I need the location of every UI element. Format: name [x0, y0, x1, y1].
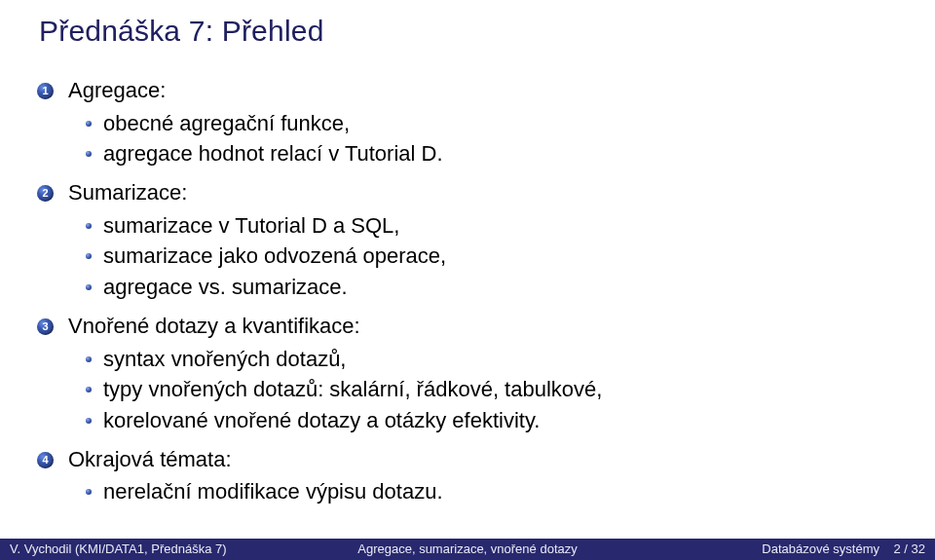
- footer-page-current: 2: [893, 541, 900, 556]
- outline-subitem: syntax vnořených dotazů,: [103, 345, 896, 374]
- outline-sublist: nerelační modifikace výpisu dotazu.: [68, 477, 896, 506]
- outline-list: 1 Agregace: obecné agregační funkce, agr…: [39, 76, 896, 506]
- outline-subitem: sumarizace jako odvozená operace,: [103, 242, 896, 271]
- outline-item-label: Okrajová témata:: [68, 447, 232, 471]
- outline-item-2: 2 Sumarizace: sumarizace v Tutorial D a …: [66, 178, 896, 302]
- footer-bar: V. Vychodil (KMI/DATA1, Přednáška 7) Agr…: [0, 539, 935, 560]
- outline-item-label: Agregace:: [68, 78, 166, 102]
- outline-item-4: 4 Okrajová témata: nerelační modifikace …: [66, 445, 896, 506]
- outline-sublist: obecné agregační funkce, agregace hodnot…: [68, 109, 896, 168]
- bullet-number-icon: 1: [37, 83, 54, 99]
- slide-title: Přednáška 7: Přehled: [39, 14, 896, 49]
- footer-page-sep: /: [901, 541, 912, 556]
- slide: Přednáška 7: Přehled 1 Agregace: obecné …: [0, 0, 935, 560]
- footer-page: Databázové systémy 2 / 32: [762, 541, 925, 556]
- outline-sublist: sumarizace v Tutorial D a SQL, sumarizac…: [68, 211, 896, 302]
- bullet-number-icon: 3: [37, 318, 54, 335]
- bullet-number-icon: 4: [37, 452, 54, 468]
- footer-course-label: Databázové systémy: [762, 541, 879, 556]
- outline-subitem: typy vnořených dotazů: skalární, řádkové…: [103, 375, 896, 404]
- outline-subitem: agregace vs. sumarizace.: [103, 273, 896, 302]
- outline-item-label: Sumarizace:: [68, 180, 187, 205]
- outline-subitem: nerelační modifikace výpisu dotazu.: [103, 477, 896, 506]
- outline-item-1: 1 Agregace: obecné agregační funkce, agr…: [66, 76, 896, 168]
- outline-subitem: agregace hodnot relací v Tutorial D.: [103, 139, 896, 168]
- outline-subitem: obecné agregační funkce,: [103, 109, 896, 138]
- footer-page-total: 32: [912, 541, 925, 556]
- bullet-number-icon: 2: [37, 185, 54, 202]
- outline-sublist: syntax vnořených dotazů, typy vnořených …: [68, 345, 896, 435]
- outline-item-3: 3 Vnořené dotazy a kvantifikace: syntax …: [66, 312, 896, 435]
- outline-item-label: Vnořené dotazy a kvantifikace:: [68, 314, 360, 338]
- outline-subitem: korelované vnořené dotazy a otázky efekt…: [103, 406, 896, 435]
- outline-subitem: sumarizace v Tutorial D a SQL,: [103, 211, 896, 241]
